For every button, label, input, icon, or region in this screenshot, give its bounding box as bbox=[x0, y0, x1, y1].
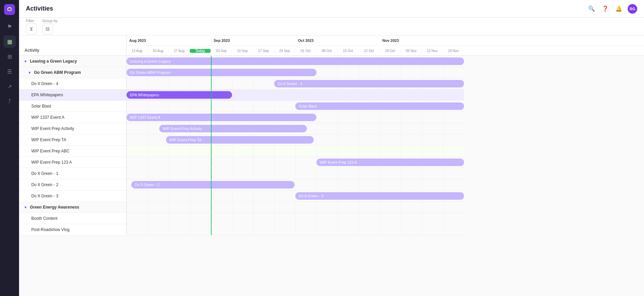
grid-line bbox=[359, 168, 359, 179]
week-label: 22 Oct bbox=[359, 49, 380, 53]
groupby-button[interactable]: ⊟ bbox=[42, 23, 53, 34]
grid-line bbox=[422, 134, 422, 145]
grid-line bbox=[253, 101, 253, 112]
sidebar-item-share[interactable]: ⤴ bbox=[3, 95, 16, 108]
grid-line bbox=[148, 202, 148, 213]
grid-line bbox=[380, 202, 380, 213]
grid-line bbox=[232, 202, 232, 213]
grid-line bbox=[127, 157, 127, 168]
timeline-rows: Leaving a Green LegacyGo Green ABM Progr… bbox=[127, 56, 644, 235]
sidebar-item-calendar[interactable]: ▦ bbox=[3, 35, 16, 48]
activity-row: EPA Whitepapers bbox=[19, 89, 126, 101]
sidebar-item-chart[interactable]: ↗ bbox=[3, 80, 16, 93]
timeline-row: Do It Green - 4 bbox=[127, 78, 464, 89]
grid-line bbox=[274, 101, 275, 112]
grid-line bbox=[190, 146, 190, 157]
grid-line bbox=[316, 89, 317, 100]
app-logo[interactable] bbox=[4, 4, 15, 15]
grid-line bbox=[380, 89, 380, 100]
grid-line bbox=[422, 112, 422, 123]
notification-icon[interactable]: 🔔 bbox=[614, 4, 624, 14]
today-line bbox=[211, 191, 212, 201]
week-label: 20 Aug bbox=[148, 49, 169, 53]
today-line bbox=[211, 134, 212, 145]
collapse-btn[interactable]: ▼ bbox=[23, 205, 28, 210]
activity-row: Booth Content bbox=[19, 213, 126, 224]
sidebar-item-flag[interactable]: ⚑ bbox=[3, 20, 16, 33]
week-label: 08 Oct bbox=[316, 49, 337, 53]
gantt-bar[interactable]: WIP Event Prep Activity bbox=[159, 125, 307, 132]
gantt-bar[interactable]: Do It Green - 4 bbox=[274, 80, 464, 87]
gantt-bar[interactable]: Do It Green - 2 bbox=[131, 181, 295, 188]
grid-line bbox=[422, 146, 422, 157]
timeline-row bbox=[127, 168, 464, 179]
gantt-bar[interactable]: Leaving a Green Legacy bbox=[127, 57, 464, 65]
timeline-column: Aug 2023Sep 2023Oct 2023Nov 2023 13 Aug2… bbox=[127, 35, 644, 235]
grid-line bbox=[295, 146, 296, 157]
collapse-btn[interactable]: ▼ bbox=[27, 70, 32, 75]
gantt-bar[interactable]: WIP Event Prep 123 A bbox=[316, 159, 464, 166]
groupby-group: Group by ⊟ bbox=[42, 19, 57, 34]
today-line bbox=[211, 112, 212, 123]
grid-line bbox=[127, 123, 127, 134]
grid-line bbox=[148, 213, 148, 224]
gantt-bar[interactable]: Go Green ABM Program bbox=[127, 69, 316, 76]
grid-line bbox=[443, 224, 443, 235]
grid-line bbox=[359, 179, 359, 190]
grid-line bbox=[127, 146, 127, 157]
gantt-wrapper[interactable]: Activity ▼Leaving a Green Legacy▼Go Gree… bbox=[19, 35, 644, 296]
grid-line bbox=[232, 213, 232, 224]
grid-line bbox=[443, 112, 443, 123]
help-icon[interactable]: ❓ bbox=[600, 4, 610, 14]
grid-line bbox=[359, 146, 359, 157]
collapse-btn[interactable]: ▼ bbox=[23, 59, 28, 64]
grid-line bbox=[274, 224, 275, 235]
today-line bbox=[211, 67, 212, 78]
grid-line bbox=[169, 213, 169, 224]
grid-line bbox=[148, 146, 148, 157]
grid-line bbox=[316, 224, 317, 235]
grid-line bbox=[169, 202, 169, 213]
grid-line bbox=[337, 168, 338, 179]
grid-line bbox=[274, 213, 275, 224]
filter-button[interactable]: ⊻ bbox=[26, 23, 37, 34]
week-label: 24 Sep bbox=[274, 49, 295, 53]
sidebar: ⚑ ▦ ⊞ ☰ ↗ ⤴ bbox=[0, 0, 19, 296]
grid-line bbox=[148, 78, 148, 89]
grid-line bbox=[127, 224, 127, 235]
grid-line bbox=[401, 112, 401, 123]
week-label: 27 Aug bbox=[169, 49, 190, 53]
search-icon[interactable]: 🔍 bbox=[587, 4, 596, 14]
avatar[interactable]: RG bbox=[628, 4, 637, 14]
sidebar-item-list[interactable]: ☰ bbox=[3, 65, 16, 78]
grid-line bbox=[169, 168, 169, 179]
grid-line bbox=[295, 213, 296, 224]
activity-row: Do It Green - 2 bbox=[19, 179, 126, 191]
grid-line bbox=[253, 168, 253, 179]
gantt-bar[interactable]: WIP Event Prep TA bbox=[166, 136, 314, 144]
toolbar: Filter ⊻ Group by ⊟ bbox=[19, 18, 644, 35]
gantt-bar[interactable]: Solar Blast bbox=[295, 102, 464, 110]
grid-line bbox=[443, 213, 443, 224]
grid-line bbox=[232, 168, 232, 179]
grid-line bbox=[232, 191, 232, 201]
gantt-bar[interactable]: Do It Green - 3 bbox=[295, 192, 464, 200]
gantt-bar[interactable]: EPA Whitepapers bbox=[127, 91, 232, 99]
grid-line bbox=[380, 67, 380, 78]
activity-row: Solar Blast bbox=[19, 101, 126, 112]
grid-line bbox=[337, 213, 338, 224]
activity-row: WIP Event Prep TA bbox=[19, 134, 126, 146]
gantt-bar[interactable]: WIP 1337 Event A bbox=[127, 114, 316, 121]
activity-row: ▼Leaving a Green Legacy bbox=[19, 56, 126, 67]
grid-line bbox=[190, 168, 190, 179]
grid-line bbox=[422, 213, 422, 224]
grid-line bbox=[232, 224, 232, 235]
activity-col-header: Activity bbox=[19, 35, 126, 56]
timeline-row: Do It Green - 3 bbox=[127, 191, 464, 202]
grid-line bbox=[169, 224, 169, 235]
week-label: 05 Nov bbox=[401, 49, 422, 53]
timeline-row: EPA Whitepapers bbox=[127, 89, 464, 101]
main-content: Activities 🔍 ❓ 🔔 RG Filter ⊻ Group by ⊟ … bbox=[19, 0, 644, 296]
sidebar-item-grid[interactable]: ⊞ bbox=[3, 50, 16, 63]
week-label: 12 Nov bbox=[422, 49, 443, 53]
